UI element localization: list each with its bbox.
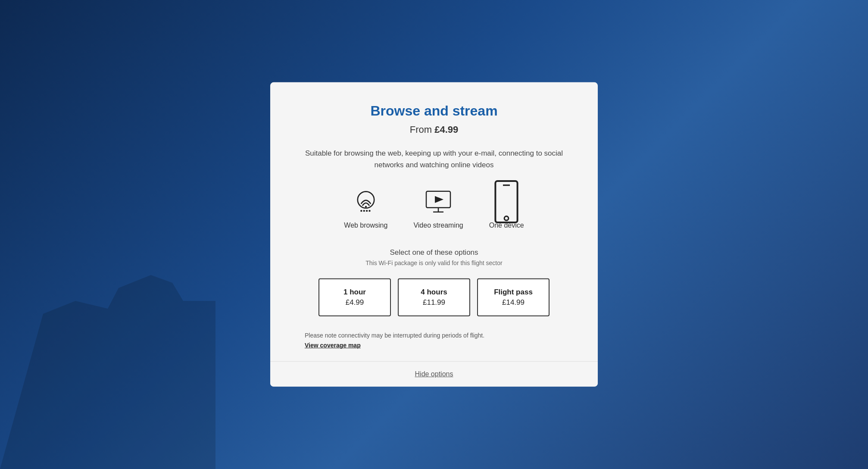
video-icon [425, 188, 452, 216]
option-1hour-button[interactable]: 1 hour £4.99 [318, 278, 391, 316]
svg-point-3 [363, 210, 365, 212]
svg-point-4 [366, 210, 368, 212]
description-text: Suitable for browsing the web, keeping u… [305, 147, 563, 171]
hide-options-button[interactable]: Hide options [415, 370, 453, 378]
modal-content: Browse and stream From £4.99 Suitable fo… [270, 82, 598, 361]
notice-section: Please note connectivity may be interrup… [305, 332, 563, 361]
feature-device-label: One device [489, 222, 524, 229]
option-1hour-duration: 1 hour [326, 288, 383, 297]
coverage-map-link[interactable]: View coverage map [305, 342, 361, 349]
option-4hours-button[interactable]: 4 hours £11.99 [398, 278, 470, 316]
option-flight-pass-price: £14.99 [485, 298, 542, 307]
modal-title: Browse and stream [305, 103, 563, 119]
feature-web-browsing: Web browsing [344, 188, 387, 229]
svg-marker-9 [435, 196, 443, 203]
option-flight-pass-duration: Flight pass [485, 288, 542, 297]
select-section: Select one of these options This Wi-Fi p… [305, 248, 563, 266]
notice-text: Please note connectivity may be interrup… [305, 332, 563, 339]
svg-point-11 [504, 216, 509, 221]
option-flight-pass-button[interactable]: Flight pass £14.99 [477, 278, 550, 316]
option-4hours-duration: 4 hours [406, 288, 462, 297]
options-grid: 1 hour £4.99 4 hours £11.99 Flight pass … [305, 278, 563, 316]
feature-one-device: One device [489, 188, 524, 229]
select-title: Select one of these options [305, 248, 563, 257]
modal: Browse and stream From £4.99 Suitable fo… [270, 82, 598, 387]
option-1hour-price: £4.99 [326, 298, 383, 307]
option-4hours-price: £11.99 [406, 298, 462, 307]
feature-web-label: Web browsing [344, 222, 387, 229]
price-value: £4.99 [434, 124, 458, 135]
feature-video-label: Video streaming [413, 222, 463, 229]
feature-video-streaming: Video streaming [413, 188, 463, 229]
device-icon [493, 188, 520, 216]
svg-point-5 [368, 210, 370, 212]
wifi-icon [352, 188, 380, 216]
select-subtitle: This Wi-Fi package is only valid for thi… [305, 260, 563, 266]
features-row: Web browsing Video streaming [305, 188, 563, 229]
price-prefix: From [410, 124, 434, 135]
price-line: From £4.99 [305, 124, 563, 135]
svg-point-2 [360, 210, 362, 212]
modal-footer: Hide options [270, 361, 598, 387]
svg-point-1 [365, 206, 367, 208]
